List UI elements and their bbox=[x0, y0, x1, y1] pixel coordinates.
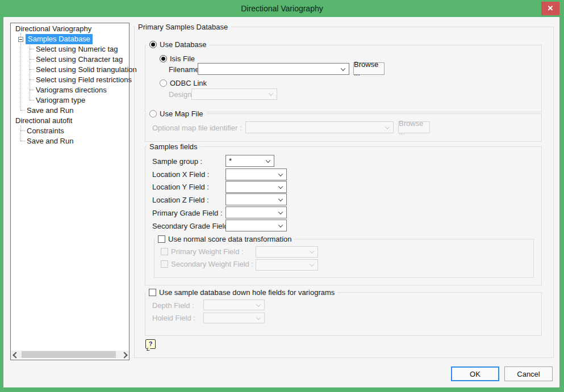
window-title: Directional Variography bbox=[0, 0, 564, 17]
primary-weight-label: Primary Weight Field : bbox=[171, 247, 244, 256]
chevron-down-icon bbox=[269, 91, 273, 96]
radio-selected-icon bbox=[149, 41, 157, 48]
checkbox-disabled-icon bbox=[161, 248, 168, 255]
location-x-field-combobox[interactable] bbox=[225, 168, 287, 180]
holeid-field-combobox bbox=[203, 313, 265, 323]
secondary-grade-field-combobox[interactable] bbox=[225, 220, 287, 231]
checkbox-unchecked-icon bbox=[158, 235, 165, 243]
tree-connector bbox=[20, 141, 25, 141]
tree-connector bbox=[30, 90, 34, 90]
downhole-checkbox[interactable]: Use sample database down hole fields for… bbox=[146, 288, 337, 297]
samples-fields-label: Samples fields bbox=[147, 142, 200, 151]
browse-filename-button[interactable]: Browse ... bbox=[353, 62, 385, 75]
chevron-down-icon bbox=[310, 249, 314, 254]
collapse-expander-icon[interactable] bbox=[18, 37, 23, 42]
tree-connector bbox=[20, 125, 21, 141]
location-y-field-combobox[interactable] bbox=[225, 181, 287, 193]
tree-item-directional-autofit[interactable]: Directional autofit bbox=[14, 116, 73, 125]
tree-item-label: Variograms directions bbox=[35, 86, 108, 94]
normal-score-group bbox=[154, 239, 534, 278]
browse-map-button: Browse ... bbox=[398, 121, 430, 133]
scrollbar-thumb[interactable] bbox=[22, 351, 116, 358]
isis-file-label: Isis File bbox=[170, 54, 195, 63]
primary-grade-field-combobox[interactable] bbox=[225, 206, 287, 218]
scroll-left-icon[interactable] bbox=[12, 352, 19, 358]
design-combobox bbox=[191, 88, 277, 100]
sample-group-label: Sample group : bbox=[152, 157, 202, 166]
tree-connector bbox=[30, 59, 34, 60]
tree-connector bbox=[30, 49, 34, 49]
tree-item-directional-variography[interactable]: Directional Variography bbox=[14, 24, 93, 33]
use-map-file-label: Use Map File bbox=[160, 109, 203, 118]
checkbox-disabled-icon bbox=[161, 260, 168, 268]
use-map-file-radio[interactable]: Use Map File bbox=[147, 109, 206, 118]
tree-item-label: Select using Field restrictions bbox=[35, 75, 133, 84]
tree-item-save-and-run-2[interactable]: Save and Run bbox=[26, 137, 74, 146]
sample-group-value: * bbox=[229, 157, 232, 165]
isis-file-radio[interactable]: Isis File bbox=[157, 54, 198, 63]
tree-item-label: Directional autofit bbox=[14, 116, 73, 125]
sample-group-combobox[interactable]: * bbox=[225, 155, 274, 167]
location-z-field-combobox[interactable] bbox=[225, 193, 287, 205]
tree-item-select-using-numeric-tag[interactable]: Select using Numeric tag bbox=[35, 45, 119, 54]
ok-button[interactable]: OK bbox=[451, 366, 499, 381]
use-database-label: Use Database bbox=[160, 40, 206, 49]
chevron-down-icon bbox=[278, 222, 283, 227]
chevron-down-icon bbox=[256, 315, 261, 319]
scroll-right-icon[interactable] bbox=[121, 352, 127, 358]
tree-item-label: Select using Numeric tag bbox=[35, 45, 119, 53]
tree-item-label: Constraints bbox=[26, 127, 65, 135]
primary-weight-combobox bbox=[256, 246, 318, 258]
tree-connector bbox=[30, 43, 30, 100]
filename-combobox[interactable] bbox=[198, 63, 349, 75]
tree-item-label: Directional Variography bbox=[14, 24, 93, 33]
chevron-down-icon bbox=[278, 209, 283, 214]
normal-score-label: Use normal score data transformation bbox=[168, 235, 291, 243]
location-y-field-label: Location Y Field : bbox=[152, 183, 209, 191]
tree-item-samples-database[interactable]: Samples Database bbox=[26, 35, 93, 44]
tree-item-variogram-type[interactable]: Variogram type bbox=[35, 96, 86, 105]
depth-field-combobox bbox=[203, 300, 265, 310]
tree-connector bbox=[20, 110, 25, 111]
tree-item-variograms-directions[interactable]: Variograms directions bbox=[35, 86, 108, 95]
tree-item-save-and-run[interactable]: Save and Run bbox=[26, 106, 74, 115]
tree-item-select-using-character-tag[interactable]: Select using Character tag bbox=[35, 55, 124, 64]
map-identifier-combobox bbox=[245, 121, 394, 133]
design-label: Design bbox=[169, 90, 191, 99]
odbc-link-label: ODBC Link bbox=[170, 79, 207, 87]
normal-score-checkbox[interactable]: Use normal score data transformation bbox=[155, 235, 294, 243]
tree-item-select-using-solid-triangulation[interactable]: Select using Solid triangulation bbox=[35, 65, 138, 74]
cancel-button[interactable]: Cancel bbox=[504, 366, 553, 381]
tree-item-label: Variogram type bbox=[35, 96, 86, 104]
radio-unselected-icon bbox=[160, 79, 167, 87]
help-icon[interactable]: ? bbox=[145, 339, 156, 349]
close-icon[interactable]: ✕ bbox=[541, 2, 559, 15]
secondary-weight-label: Secondary Weight Field : bbox=[171, 260, 253, 268]
use-database-radio[interactable]: Use Database bbox=[147, 40, 209, 49]
tree-item-label: Select using Solid triangulation bbox=[35, 65, 138, 74]
secondary-weight-combobox bbox=[256, 259, 318, 271]
downhole-label: Use sample database down hole fields for… bbox=[159, 288, 335, 297]
secondary-grade-field-label: Secondary Grade Field : bbox=[152, 222, 232, 230]
tree-item-constraints[interactable]: Constraints bbox=[26, 127, 65, 136]
tree-horizontal-scrollbar[interactable] bbox=[11, 351, 129, 359]
secondary-weight-checkbox: Secondary Weight Field : bbox=[158, 260, 256, 268]
chevron-down-icon bbox=[385, 124, 390, 129]
tree-item-label: Save and Run bbox=[26, 137, 74, 145]
tree-item-label: Save and Run bbox=[26, 106, 74, 115]
tree-item-label: Select using Character tag bbox=[35, 55, 124, 64]
primary-samples-database-label: Primary Samples Database bbox=[135, 23, 231, 31]
chevron-down-icon bbox=[256, 302, 261, 306]
tree-connector bbox=[30, 69, 34, 70]
chevron-down-icon bbox=[341, 66, 345, 70]
map-identifier-label: Optional map file identifier : bbox=[152, 124, 242, 132]
radio-unselected-icon bbox=[149, 110, 157, 117]
primary-weight-checkbox: Primary Weight Field : bbox=[158, 247, 247, 256]
checkbox-unchecked-icon bbox=[149, 289, 156, 296]
location-x-field-label: Location X Field : bbox=[152, 170, 209, 179]
chevron-down-icon bbox=[278, 196, 283, 201]
odbc-link-radio[interactable]: ODBC Link bbox=[157, 79, 210, 87]
chevron-down-icon bbox=[310, 262, 314, 267]
tree-connector bbox=[20, 130, 25, 131]
tree-item-select-using-field-restrictions[interactable]: Select using Field restrictions bbox=[35, 75, 133, 85]
